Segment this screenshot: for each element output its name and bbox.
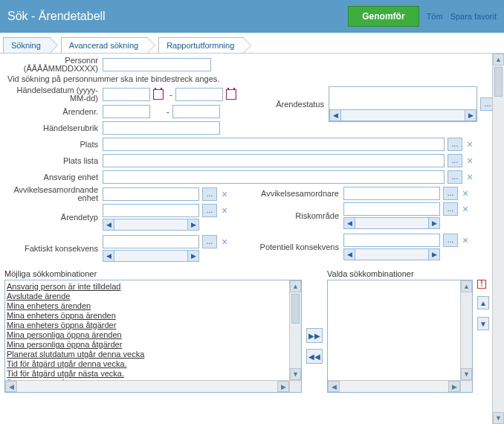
scroll-left-icon[interactable]: ◀ — [5, 381, 17, 392]
label-ansvarig-enhet: Ansvarig enhet — [4, 173, 103, 182]
scrollbar-vertical[interactable]: ▲ ▼ — [289, 280, 301, 380]
list-item[interactable]: Mina enheters öppna ärenden — [7, 311, 300, 321]
ansvarig-enhet-input[interactable] — [103, 170, 445, 184]
scrollbar-vertical[interactable]: ▲ ▼ — [460, 280, 472, 380]
lookup-button[interactable]: ... — [202, 187, 217, 201]
list-item[interactable]: Planerat slutdatum utgår denna vecka — [7, 350, 300, 359]
lookup-button[interactable]: ... — [202, 235, 217, 248]
arendetyp-input[interactable] — [103, 204, 199, 217]
scroll-corner — [460, 380, 472, 392]
arendestatus-select[interactable]: ◀ ▶ — [329, 86, 477, 122]
plats-lista-input[interactable] — [103, 154, 445, 167]
list-item[interactable]: Tid för åtgärd utgår nästa vecka. — [7, 369, 300, 379]
scroll-right-icon[interactable]: ▶ — [448, 381, 460, 392]
list-item[interactable]: Tid för åtgärd utgår denna vecka. — [7, 359, 300, 369]
scroll-right-icon[interactable]: ▶ — [428, 248, 440, 260]
move-right-button[interactable]: ▶▶ — [306, 328, 323, 343]
scroll-left-icon[interactable]: ◀ — [103, 250, 114, 262]
lookup-button[interactable]: ... — [448, 138, 462, 151]
scroll-right-icon[interactable]: ▶ — [465, 109, 476, 121]
list-item[interactable]: Mina personliga öppna åtgärder — [7, 340, 300, 350]
clear-icon[interactable]: × — [461, 187, 470, 199]
submit-button[interactable]: Genomför — [348, 6, 419, 27]
personnr-input[interactable] — [103, 58, 211, 71]
clear-icon[interactable]: × — [461, 234, 470, 246]
tab-sokning[interactable]: Sökning — [3, 37, 51, 53]
move-up-button[interactable]: ▲ — [477, 296, 489, 309]
scroll-down-icon[interactable]: ▼ — [461, 368, 472, 380]
avvik-enhet-input[interactable] — [103, 187, 199, 201]
scrollbar-horizontal[interactable]: ◀ ▶ — [328, 380, 460, 392]
list-item[interactable]: Ansvarig person är inte tilldelad — [7, 282, 300, 292]
lookup-button[interactable]: ... — [443, 202, 458, 216]
scroll-track[interactable] — [114, 219, 187, 231]
scroll-track[interactable] — [17, 381, 277, 392]
riskomrade-input[interactable] — [343, 202, 440, 216]
scroll-right-icon[interactable]: ▶ — [187, 219, 199, 231]
clear-icon[interactable]: × — [461, 203, 470, 215]
list-item[interactable]: Mina enheters öppna åtgärder — [7, 321, 300, 330]
clear-icon[interactable]: × — [220, 188, 229, 200]
scroll-right-icon[interactable]: ▶ — [277, 381, 289, 392]
arendenr-from-input[interactable] — [103, 105, 150, 118]
header: Sök - Ärendetabell Genomför Töm Spara fa… — [0, 0, 504, 33]
scroll-right-icon[interactable]: ▶ — [187, 250, 199, 262]
clear-icon[interactable]: × — [465, 171, 474, 183]
clear-icon[interactable]: × — [220, 205, 229, 216]
scroll-track[interactable] — [355, 217, 428, 229]
scroll-track[interactable] — [340, 381, 448, 392]
alert-icon[interactable]: ! — [477, 280, 486, 289]
possible-combinations-listbox[interactable]: Ansvarig person är inte tilldeladAvsluta… — [4, 280, 302, 393]
lookup-button[interactable]: ... — [443, 187, 458, 200]
scroll-up-icon[interactable]: ▲ — [461, 280, 472, 292]
selected-combinations-listbox[interactable]: ▲ ▼ ◀ ▶ — [327, 280, 473, 393]
list-item[interactable]: Avslutade ärende — [7, 292, 300, 301]
lookup-button[interactable]: ... — [202, 204, 217, 217]
scrollbar-horizontal[interactable]: ◀ ▶ — [5, 380, 289, 392]
clear-icon[interactable]: × — [465, 155, 474, 167]
scroll-thumb[interactable] — [494, 67, 503, 97]
scroll-up-icon[interactable]: ▲ — [493, 54, 504, 65]
scroll-left-icon[interactable]: ◀ — [343, 248, 355, 260]
move-down-button[interactable]: ▼ — [477, 317, 489, 330]
scroll-right-icon[interactable]: ▶ — [428, 217, 440, 229]
lookup-button[interactable]: ... — [448, 170, 462, 184]
tab-avancerad-sokning[interactable]: Avancerad sökning — [61, 37, 148, 53]
label-valda: Valda sökkombinationer — [327, 269, 473, 278]
lookup-button[interactable]: ... — [443, 234, 458, 247]
potentiell-konsekvens-input[interactable] — [343, 234, 440, 247]
scroll-left-icon[interactable]: ◀ — [343, 217, 355, 229]
page-title: Sök - Ärendetabell — [7, 10, 106, 23]
handelserubrik-input[interactable] — [103, 121, 220, 135]
label-arendetyp: Ärendetyp — [4, 213, 103, 222]
tab-rapportutformning[interactable]: Rapportutformning — [158, 37, 244, 53]
arendenr-to-input[interactable] — [172, 105, 220, 118]
scroll-left-icon[interactable]: ◀ — [103, 219, 114, 231]
scroll-track[interactable] — [114, 250, 187, 262]
save-favorite-link[interactable]: Spara favorit — [450, 12, 497, 21]
faktisk-konsekvens-input[interactable] — [103, 235, 199, 248]
calendar-icon[interactable] — [153, 89, 164, 100]
scroll-thumb[interactable] — [291, 294, 300, 324]
calendar-icon[interactable] — [226, 89, 236, 100]
label-plats: Plats — [4, 140, 103, 149]
clear-icon[interactable]: × — [220, 236, 229, 248]
avvik-samordnare-input[interactable] — [343, 187, 440, 200]
move-left-button[interactable]: ◀◀ — [306, 349, 323, 364]
scroll-down-icon[interactable]: ▼ — [493, 412, 504, 424]
list-item[interactable]: Mina enheters ärenden — [7, 301, 300, 311]
scroll-left-icon[interactable]: ◀ — [329, 109, 341, 121]
page-scrollbar-vertical[interactable]: ▲ ▼ — [492, 54, 504, 424]
list-item[interactable]: Mina personliga öppna ärenden — [7, 330, 300, 340]
scroll-track[interactable] — [355, 248, 428, 260]
scroll-left-icon[interactable]: ◀ — [328, 381, 340, 392]
clear-link[interactable]: Töm — [427, 12, 443, 21]
date-from-input[interactable] — [103, 88, 150, 101]
lookup-button[interactable]: ... — [448, 154, 462, 167]
date-to-input[interactable] — [175, 88, 223, 101]
scroll-down-icon[interactable]: ▼ — [290, 368, 301, 380]
plats-input[interactable] — [103, 138, 445, 151]
clear-icon[interactable]: × — [465, 138, 474, 150]
label-mojliga: Möjliga sökkombinationer — [4, 269, 302, 278]
scroll-up-icon[interactable]: ▲ — [290, 280, 301, 292]
